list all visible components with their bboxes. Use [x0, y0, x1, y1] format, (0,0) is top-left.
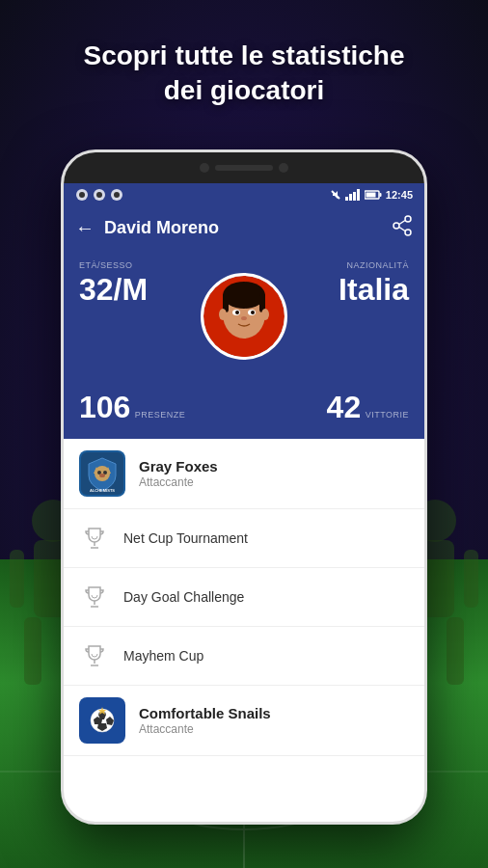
svg-rect-14 — [464, 550, 478, 608]
trophy-name-2: Mayhem Cup — [123, 648, 203, 664]
age-label: ETÀ/SESSO — [79, 260, 186, 270]
player-avatar — [201, 273, 287, 360]
svg-point-29 — [405, 216, 411, 222]
alchemists-logo: ALCHEMISTS — [81, 452, 123, 495]
svg-rect-24 — [353, 192, 356, 201]
phone-frame: 12:45 ← David Moreno ETÀ/SESSO 32/M — [61, 149, 427, 825]
camera-area — [64, 152, 424, 183]
navigation-bar: ← David Moreno — [64, 206, 424, 249]
vittorie-value: 42 — [327, 390, 362, 424]
nationality-stat: NAZIONALITÀ Italia — [302, 249, 424, 384]
team-name-gray-foxes: Gray Foxes — [139, 458, 218, 475]
trophy-row-0[interactable]: Net Cup Tournament — [64, 509, 424, 568]
svg-point-31 — [393, 223, 399, 229]
trophy-icon-svg-0 — [83, 527, 106, 550]
app-icon-2 — [93, 188, 106, 202]
speaker-bar — [215, 165, 273, 171]
front-camera — [279, 163, 288, 173]
age-value: 32/M — [79, 272, 186, 308]
share-button[interactable] — [392, 215, 413, 241]
battery-icon — [365, 190, 382, 200]
player-stats-bottom: 106 PRESENZE 42 VITTORIE — [64, 384, 424, 439]
player-stats-top: ETÀ/SESSO 32/M — [64, 249, 424, 384]
svg-rect-28 — [379, 193, 381, 197]
app-icon-3 — [110, 188, 123, 202]
svg-text:ALCHEMISTS: ALCHEMISTS — [90, 488, 115, 493]
content-area: ALCHEMISTS Gray Foxes Attaccante N — [64, 439, 424, 756]
team-info-comfortable-snails: Comfortable Snails Attaccante — [139, 705, 271, 736]
trophy-icon-svg-2 — [83, 644, 106, 667]
svg-point-18 — [96, 192, 102, 198]
presenze-stat: 106 PRESENZE — [79, 390, 244, 425]
status-time: 12:45 — [386, 189, 413, 201]
trophy-row-2[interactable]: Mayhem Cup — [64, 627, 424, 686]
signal-icon — [345, 189, 361, 201]
svg-point-37 — [223, 282, 265, 309]
status-right-icons: 12:45 — [330, 189, 413, 201]
player-name: David Moreno — [104, 218, 392, 238]
svg-point-20 — [114, 192, 120, 198]
svg-line-33 — [399, 227, 405, 231]
team-info-gray-foxes: Gray Foxes Attaccante — [139, 458, 218, 489]
mute-icon — [330, 189, 341, 201]
team-role-comfortable-snails: Attaccante — [139, 722, 271, 736]
svg-rect-7 — [10, 550, 24, 608]
camera-dot-left — [200, 163, 209, 173]
svg-rect-25 — [357, 189, 360, 201]
team-row-gray-foxes[interactable]: ALCHEMISTS Gray Foxes Attaccante — [64, 439, 424, 509]
back-button[interactable]: ← — [75, 217, 95, 239]
vittorie-label: VITTORIE — [366, 410, 409, 420]
svg-rect-12 — [447, 617, 464, 685]
player-avatar-container — [186, 249, 302, 384]
trophy-name-1: Day Goal Challenge — [123, 589, 244, 605]
team-role-gray-foxes: Attaccante — [139, 475, 218, 489]
nationality-label: NAZIONALITÀ — [346, 260, 409, 270]
team-row-comfortable-snails[interactable]: Comfortable Snails Attaccante — [64, 686, 424, 756]
share-icon — [392, 215, 413, 236]
svg-point-45 — [219, 309, 227, 320]
svg-rect-23 — [349, 194, 352, 201]
trophy-row-1[interactable]: Day Goal Challenge — [64, 568, 424, 627]
trophy-name-0: Net Cup Tournament — [123, 530, 248, 546]
presenze-label: PRESENZE — [135, 410, 186, 420]
team-logo-gray-foxes: ALCHEMISTS — [79, 450, 125, 497]
svg-point-16 — [79, 192, 85, 198]
trophy-icon-2 — [79, 640, 110, 671]
status-left-icons — [75, 188, 123, 202]
svg-point-44 — [241, 316, 247, 320]
svg-point-42 — [235, 311, 239, 314]
svg-point-53 — [99, 474, 105, 477]
svg-rect-22 — [345, 197, 348, 201]
svg-rect-5 — [24, 617, 41, 685]
phone-notch — [64, 152, 424, 183]
hero-title: Scopri tutte le statistiche dei giocator… — [0, 39, 488, 109]
svg-rect-27 — [366, 193, 375, 198]
comfortable-snails-logo — [81, 699, 123, 742]
team-logo-comfortable-snails — [79, 697, 125, 744]
trophy-icon-1 — [79, 582, 110, 612]
svg-line-32 — [399, 220, 405, 224]
team-name-comfortable-snails: Comfortable Snails — [139, 705, 271, 721]
svg-point-43 — [251, 311, 255, 314]
svg-point-46 — [261, 309, 269, 320]
nationality-value: Italia — [339, 272, 409, 308]
trophy-icon-svg-1 — [83, 585, 106, 609]
presenze-value: 106 — [79, 390, 130, 424]
trophy-icon-0 — [79, 523, 110, 554]
age-stat: ETÀ/SESSO 32/M — [64, 249, 186, 384]
status-bar: 12:45 — [64, 183, 424, 206]
player-avatar-image — [203, 276, 285, 357]
vittorie-stat: 42 VITTORIE — [244, 390, 409, 425]
app-icon-1 — [75, 188, 89, 202]
svg-point-30 — [405, 230, 411, 235]
